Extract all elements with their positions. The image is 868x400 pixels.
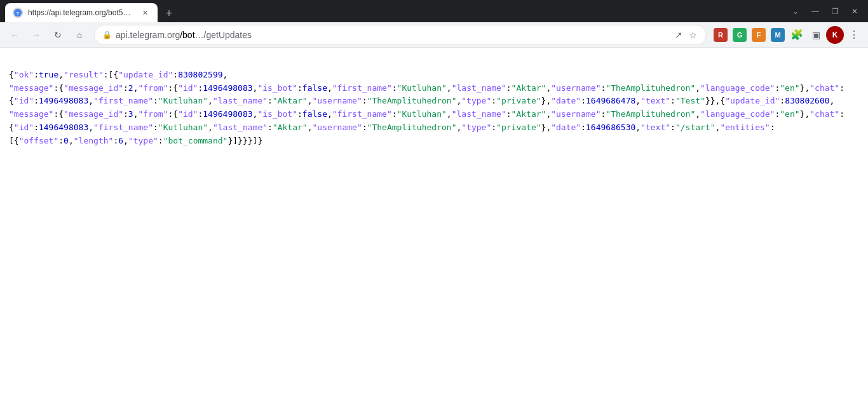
json-key-chat-last-name-1: "last_name" <box>213 96 268 105</box>
json-key-language-code-2: "language_code" <box>700 109 775 119</box>
json-key-date-2: "date" <box>551 123 581 132</box>
json-key-date-1: "date" <box>551 96 581 105</box>
address-bar[interactable]: 🔒 api.telegram.org/bot…/getUpdates ↗ ☆ <box>94 25 707 45</box>
json-value-type-1: "private" <box>496 96 541 105</box>
json-value-first-name-2: "Kutluhan" <box>397 109 447 119</box>
json-key-chat-last-name-2: "last_name" <box>213 123 268 132</box>
titlebar: T https://api.telegram.org/bot5246 ✕ + ⌄… <box>0 0 868 22</box>
reload-button[interactable]: ↻ <box>48 25 67 44</box>
extension-blue-icon[interactable]: M <box>769 26 787 44</box>
json-value-from-id-2: 1496498083 <box>203 109 252 119</box>
profile-button[interactable]: K <box>826 26 844 44</box>
json-key-first-name-1: "first_name" <box>332 83 392 93</box>
json-key-message-id-1: "message_id" <box>64 83 123 93</box>
json-key-last-name-2: "last_name" <box>452 109 506 119</box>
json-response-content: {"ok":true,"result":[{"update_id":830802… <box>0 48 868 400</box>
json-value-username-1: "TheAmplituhedron" <box>606 83 695 93</box>
extension-orange-icon[interactable]: F <box>750 26 768 44</box>
lock-icon: 🔒 <box>102 30 112 39</box>
share-button[interactable]: ↗ <box>674 29 684 41</box>
json-value-offset: 0 <box>64 136 69 145</box>
back-button[interactable]: ← <box>5 25 24 44</box>
json-value-chat-first-name-2: "Kutluhan" <box>158 123 208 132</box>
json-key-update-id-1: "update_id" <box>118 70 173 79</box>
json-key-message-2: "message" <box>9 109 53 119</box>
json-value-date-2: 1649686530 <box>586 123 635 132</box>
json-key-offset: "offset" <box>19 136 59 145</box>
json-key-chat-first-name-2: "first_name" <box>93 123 153 132</box>
json-key-type-2: "type" <box>461 123 491 132</box>
json-value-chat-id-2: 1496498083 <box>39 123 88 132</box>
address-endpoint: /getUpdates <box>204 30 252 40</box>
profile-initial: K <box>832 30 838 39</box>
json-key-is-bot-2: "is_bot" <box>257 109 297 119</box>
json-value-last-name-2: "Aktar" <box>512 109 546 119</box>
json-key-from-id-1: "id" <box>178 83 198 93</box>
active-tab[interactable]: T https://api.telegram.org/bot5246 ✕ <box>5 3 158 22</box>
sidebar-toggle-button[interactable]: ▣ <box>807 26 825 44</box>
json-value-chat-username-2: "TheAmplituhedron" <box>367 123 457 132</box>
window-close-button[interactable]: ✕ <box>846 4 863 18</box>
ext-blue-badge: M <box>771 28 785 42</box>
extension-red-icon[interactable]: R <box>712 26 729 44</box>
ext-green-badge: G <box>733 28 747 42</box>
json-key-message-1: "message" <box>9 83 53 93</box>
tab-favicon: T <box>13 8 23 18</box>
json-key-chat-id-1: "id" <box>14 96 34 105</box>
json-value-is-bot-1: false <box>302 83 327 93</box>
sidebar-icon: ▣ <box>812 30 820 40</box>
toolbar-extensions: R G F M 🧩 ▣ K ⋮ <box>712 26 863 44</box>
svg-text:T: T <box>17 11 20 17</box>
extension-puzzle-icon[interactable]: 🧩 <box>788 26 806 44</box>
json-key-length: "length" <box>74 136 114 145</box>
window-profile-dropdown[interactable]: ⌄ <box>787 4 804 18</box>
json-value-message-id-2: 3 <box>128 109 133 119</box>
json-value-date-1: 1649686478 <box>586 96 635 105</box>
address-protocol: api.telegram.org <box>116 30 180 40</box>
toolbar: ← → ↻ ⌂ 🔒 api.telegram.org/bot…/getUpdat… <box>0 22 868 48</box>
tab-title: https://api.telegram.org/bot5246 <box>28 8 135 17</box>
bookmark-button[interactable]: ☆ <box>688 29 698 41</box>
json-key-chat-id-2: "id" <box>14 123 34 132</box>
json-key-username-2: "username" <box>551 109 600 119</box>
json-value-language-code-1: "en" <box>780 83 799 93</box>
new-tab-button[interactable]: + <box>160 4 178 22</box>
json-value-text-2: "/start" <box>675 123 715 132</box>
json-key-text-2: "text" <box>641 123 670 132</box>
json-key-chat-1: "chat" <box>810 83 839 93</box>
json-key-entity-type: "type" <box>128 136 158 145</box>
json-value-from-id-1: 1496498083 <box>203 83 252 93</box>
tab-close-button[interactable]: ✕ <box>140 8 150 18</box>
json-value-chat-last-name-1: "Aktar" <box>273 96 308 105</box>
puzzle-icon: 🧩 <box>790 29 803 41</box>
json-value-chat-first-name-1: "Kutluhan" <box>158 96 208 105</box>
json-value-chat-id-1: 1496498083 <box>39 96 88 105</box>
forward-button[interactable]: → <box>27 25 46 44</box>
json-value-last-name-1: "Aktar" <box>512 83 546 93</box>
json-value-is-bot-2: false <box>302 109 327 119</box>
json-value-type-2: "private" <box>496 123 541 132</box>
json-key-from-2: "from" <box>139 109 168 119</box>
json-key-from-1: "from" <box>139 83 168 93</box>
window-minimize-button[interactable]: — <box>806 4 824 18</box>
address-path: /bot <box>180 30 194 40</box>
extension-green-icon[interactable]: G <box>731 26 749 44</box>
json-key-first-name-2: "first_name" <box>332 109 392 119</box>
json-key-from-id-2: "id" <box>178 109 198 119</box>
json-value-text-1: "Test" <box>675 96 705 105</box>
json-value-update-id-2: 830802600 <box>785 96 829 105</box>
json-key-update-id-2: "update_id" <box>725 96 780 105</box>
json-value-entity-type: "bot_command" <box>163 136 228 145</box>
json-value-first-name-1: "Kutluhan" <box>397 83 447 93</box>
json-key-message-id-2: "message_id" <box>64 109 123 119</box>
chrome-menu-button[interactable]: ⋮ <box>845 26 863 44</box>
json-value-username-2: "TheAmplituhedron" <box>606 109 695 119</box>
window-maximize-button[interactable]: ❐ <box>827 4 844 18</box>
json-key-chat-first-name-1: "first_name" <box>93 96 153 105</box>
json-value-chat-username-1: "TheAmplituhedron" <box>367 96 457 105</box>
json-value-message-id-1: 2 <box>128 83 133 93</box>
json-value-language-code-2: "en" <box>780 109 799 119</box>
home-button[interactable]: ⌂ <box>70 25 89 44</box>
json-key-language-code-1: "language_code" <box>700 83 775 93</box>
json-key-type-1: "type" <box>461 96 491 105</box>
